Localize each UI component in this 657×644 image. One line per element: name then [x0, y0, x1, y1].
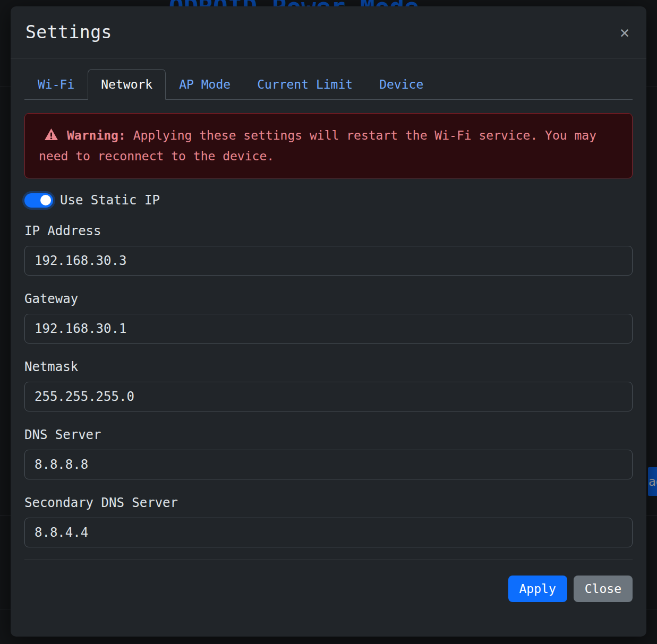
ip-address-input[interactable]	[24, 246, 633, 276]
close-icon[interactable]: ✕	[618, 22, 632, 42]
tab-network[interactable]: Network	[88, 69, 166, 100]
tab-current-limit[interactable]: Current Limit	[244, 69, 366, 100]
gateway-field-group: Gateway	[24, 291, 633, 344]
secondary-dns-server-label: Secondary DNS Server	[24, 495, 633, 510]
netmask-label: Netmask	[24, 359, 633, 374]
warning-title: Warning:	[67, 128, 126, 142]
toggle-knob	[40, 195, 51, 205]
use-static-ip-toggle[interactable]	[24, 193, 53, 208]
dns-server-field-group: DNS Server	[24, 427, 633, 479]
modal-header: Settings ✕	[11, 6, 646, 58]
tab-wifi[interactable]: Wi-Fi	[24, 69, 88, 100]
tab-bar: Wi-Fi Network AP Mode Current Limit Devi…	[24, 69, 633, 100]
tab-device[interactable]: Device	[366, 69, 437, 100]
dns-server-input[interactable]	[24, 450, 633, 479]
modal-footer: Apply Close	[24, 560, 633, 617]
ip-address-field-group: IP Address	[24, 224, 633, 276]
warning-banner: Warning: Applying these settings will re…	[24, 113, 633, 178]
warning-icon	[44, 127, 58, 147]
close-button[interactable]: Close	[574, 576, 633, 602]
use-static-ip-label: Use Static IP	[60, 193, 160, 208]
gateway-input[interactable]	[24, 314, 633, 344]
netmask-field-group: Netmask	[24, 359, 633, 411]
dns-server-label: DNS Server	[24, 427, 633, 442]
modal-title: Settings	[25, 22, 112, 42]
static-ip-row: Use Static IP	[24, 193, 633, 208]
gateway-label: Gateway	[24, 291, 633, 306]
ip-address-label: IP Address	[24, 224, 633, 238]
tab-ap-mode[interactable]: AP Mode	[166, 69, 244, 100]
secondary-dns-server-field-group: Secondary DNS Server	[24, 495, 633, 547]
settings-modal: Settings ✕ Wi-Fi Network AP Mode Current…	[11, 6, 646, 637]
apply-button[interactable]: Apply	[508, 576, 567, 602]
secondary-dns-server-input[interactable]	[24, 518, 633, 547]
modal-body: Wi-Fi Network AP Mode Current Limit Devi…	[11, 58, 646, 617]
netmask-input[interactable]	[24, 382, 633, 411]
